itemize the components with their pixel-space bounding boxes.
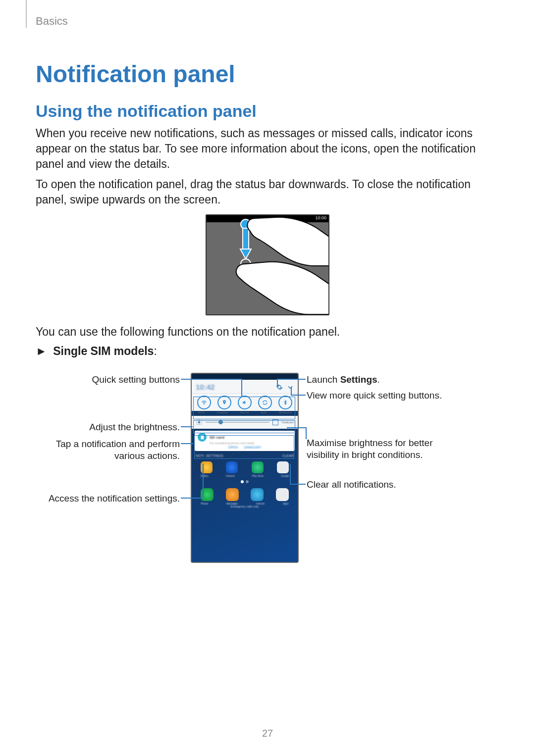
hand-bottom-icon bbox=[229, 255, 329, 315]
breadcrumb-section: Basics bbox=[36, 15, 68, 28]
home-apps-row bbox=[192, 458, 298, 474]
dock-messages-icon[interactable] bbox=[226, 488, 239, 501]
chevron-down-icon[interactable] bbox=[287, 384, 294, 391]
outdoors-checkbox[interactable] bbox=[272, 419, 278, 425]
callout-max-brightness: Maximise brightness for better visibilit… bbox=[307, 437, 475, 461]
callout-brightness: Adjust the brightness. bbox=[47, 421, 180, 433]
svg-line-13 bbox=[201, 420, 201, 421]
home-page-indicator bbox=[192, 479, 298, 485]
panel-footer: NOTI. SETTINGS CLEAR bbox=[192, 453, 298, 458]
quick-settings-labels: Wi-FiLocationSoundAutoBluetooth bbox=[192, 411, 298, 416]
figure-notification-panel: 10:42 bbox=[47, 364, 488, 572]
callout-launch-settings: Launch Settings. bbox=[307, 374, 475, 386]
figure-pulldown-gesture: 10:00 bbox=[206, 214, 329, 315]
breadcrumb-rule bbox=[26, 0, 27, 28]
panel-header: 10:42 bbox=[192, 380, 298, 394]
brightness-slider[interactable] bbox=[206, 422, 269, 423]
page-title: Notification panel bbox=[36, 60, 499, 88]
callout-more-qs: View more quick setting buttons. bbox=[307, 390, 475, 402]
phone-body: 10:42 bbox=[191, 373, 299, 563]
callout-notif-settings: Access the notification settings. bbox=[47, 493, 180, 504]
callout-quick-settings: Quick setting buttons bbox=[47, 374, 180, 386]
dock-internet-icon[interactable] bbox=[251, 488, 264, 501]
bullet-single-sim: ► Single SIM models: bbox=[36, 345, 499, 358]
svg-point-5 bbox=[198, 421, 201, 424]
svg-line-12 bbox=[197, 424, 198, 424]
brightness-icon bbox=[196, 419, 203, 426]
svg-line-11 bbox=[201, 424, 201, 424]
clear-link[interactable]: CLEAR bbox=[282, 454, 294, 457]
body-paragraph-2: To open the notification panel, drag the… bbox=[36, 177, 499, 207]
app-camera-icon[interactable] bbox=[226, 461, 238, 473]
quick-settings-row bbox=[192, 394, 298, 411]
app-google-icon[interactable] bbox=[277, 461, 289, 473]
notification-card[interactable]: SD card For transferring photos and medi… bbox=[195, 431, 295, 451]
svg-line-10 bbox=[197, 420, 198, 421]
dock-row bbox=[192, 485, 298, 502]
dock-apps-icon[interactable] bbox=[276, 488, 289, 501]
outdoors-label: Outdoors bbox=[281, 421, 294, 424]
app-playstore-icon[interactable] bbox=[252, 461, 264, 473]
callout-clear-all: Clear all notifications. bbox=[307, 479, 475, 491]
body-paragraph-3: You can use the following functions on t… bbox=[36, 324, 499, 340]
qs-rotate-icon[interactable] bbox=[258, 396, 272, 409]
qs-wifi-icon[interactable] bbox=[197, 396, 211, 409]
notif-settings-link[interactable]: NOTI. SETTINGS bbox=[196, 454, 223, 457]
bullet-marker-icon: ► bbox=[36, 345, 47, 358]
svg-point-4 bbox=[204, 404, 205, 405]
qs-location-icon[interactable] bbox=[217, 396, 231, 409]
qs-bluetooth-icon[interactable] bbox=[278, 396, 292, 409]
qs-sound-icon[interactable] bbox=[238, 396, 252, 409]
brightness-row: Outdoors bbox=[192, 416, 298, 429]
page-number: 27 bbox=[0, 728, 535, 739]
panel-time: 10:42 bbox=[196, 383, 214, 391]
bullet-label: Single SIM models bbox=[53, 345, 154, 357]
sdcard-icon bbox=[198, 433, 207, 442]
body-paragraph-1: When you receive new notifications, such… bbox=[36, 126, 499, 172]
section-title: Using the notification panel bbox=[36, 101, 499, 121]
callout-tap-notification: Tap a notification and perform various a… bbox=[47, 438, 180, 462]
